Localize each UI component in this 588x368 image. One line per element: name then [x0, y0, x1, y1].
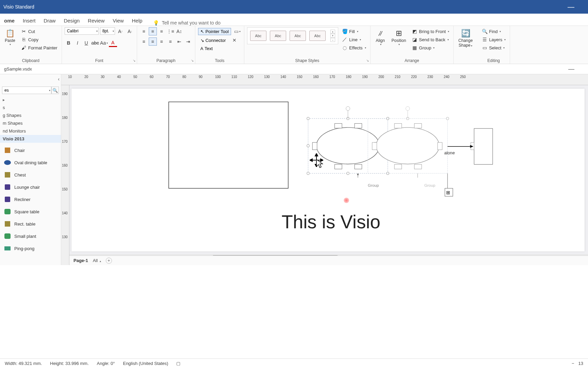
- title-text[interactable]: This is Visio: [281, 212, 380, 232]
- fill-button[interactable]: 🪣Fill▾: [340, 27, 368, 35]
- strike-button[interactable]: abc: [91, 39, 99, 47]
- bullets-button[interactable]: ⋮≡: [166, 27, 175, 35]
- shape-list-item[interactable]: Lounge chair: [0, 181, 61, 193]
- delete-tool-button[interactable]: ✕: [230, 36, 239, 44]
- position-button[interactable]: ⊞Position▾: [390, 27, 408, 47]
- tab-home[interactable]: ome: [0, 16, 19, 26]
- stencil-item-active[interactable]: Visio 2013: [0, 135, 61, 143]
- align-bottom-button[interactable]: ≡: [158, 27, 166, 35]
- rect-shape[interactable]: [169, 102, 288, 188]
- stencil-item[interactable]: s: [0, 104, 61, 111]
- minimize-button[interactable]: —: [568, 3, 574, 11]
- style-gallery[interactable]: Abc Abc Abc Abc ▴▾⌄: [247, 27, 338, 44]
- shape-name: Chest: [14, 172, 26, 178]
- zoom-out-button[interactable]: −: [572, 361, 574, 366]
- add-page-button[interactable]: +: [106, 258, 112, 264]
- shapes-search-button[interactable]: 🔍: [51, 87, 59, 94]
- page-tab-1[interactable]: Page-1: [74, 258, 88, 263]
- tell-me-search[interactable]: 💡 Tell me what you want to do: [153, 20, 220, 26]
- tab-insert[interactable]: Insert: [19, 16, 40, 26]
- style-item-1[interactable]: Abc: [250, 31, 266, 41]
- more-shapes-expand[interactable]: ▸: [0, 96, 61, 104]
- style-item-2[interactable]: Abc: [270, 31, 286, 41]
- align-center-button[interactable]: ≡: [149, 37, 157, 46]
- text-tool-button[interactable]: AText: [198, 45, 215, 52]
- svg-rect-28: [414, 164, 422, 169]
- effects-button[interactable]: ◌Effects▾: [340, 44, 368, 52]
- arrange-label: Arrange: [373, 58, 451, 64]
- panel-collapse-button[interactable]: ‹: [58, 76, 60, 82]
- stencil-item[interactable]: m Shapes: [0, 119, 61, 127]
- line-button[interactable]: ／Line▾: [340, 35, 368, 44]
- shape-list-item[interactable]: Chest: [0, 169, 61, 181]
- style-item-3[interactable]: Abc: [290, 31, 306, 41]
- shape-list-item[interactable]: Small plant: [0, 230, 61, 242]
- tab-design[interactable]: Design: [60, 16, 84, 26]
- underline-button[interactable]: U: [82, 39, 91, 47]
- shape-icon: [3, 146, 12, 154]
- font-name-combo[interactable]: Calibri▾: [65, 27, 99, 35]
- justify-button[interactable]: ≡: [166, 37, 175, 46]
- gallery-scroll[interactable]: ▴▾⌄: [330, 30, 335, 42]
- status-language[interactable]: English (United States): [123, 361, 168, 366]
- tab-review[interactable]: Review: [84, 16, 109, 26]
- italic-button[interactable]: I: [74, 39, 82, 47]
- align-left-button[interactable]: ≡: [140, 37, 148, 46]
- shape-list-item[interactable]: Recliner: [0, 193, 61, 205]
- doc-minimize-button[interactable]: —: [568, 65, 574, 73]
- stencil-item[interactable]: g Shapes: [0, 111, 61, 119]
- cut-button[interactable]: ✂Cut: [19, 27, 59, 35]
- shape-styles-dialog-launcher[interactable]: ↘: [366, 59, 369, 62]
- font-dialog-launcher[interactable]: ↘: [133, 59, 135, 62]
- selected-group[interactable]: [307, 107, 389, 175]
- increase-font-button[interactable]: A↑: [116, 27, 125, 35]
- document-tab[interactable]: gSample.vsdx: [1, 65, 35, 73]
- shape-list-item[interactable]: Square table: [0, 205, 61, 218]
- tools-label: Tools: [198, 58, 241, 64]
- shape-list-item[interactable]: Chair: [0, 144, 61, 156]
- font-size-combo[interactable]: 8pt.▾: [100, 27, 115, 35]
- text-direction-button[interactable]: A↕: [175, 27, 183, 35]
- svg-rect-29: [372, 142, 377, 150]
- tab-view[interactable]: View: [109, 16, 128, 26]
- paste-button[interactable]: 📋 Paste ▾: [3, 27, 17, 47]
- layers-button[interactable]: ☰Layers▾: [480, 35, 507, 44]
- shape-list-item[interactable]: Rect. table: [0, 218, 61, 230]
- change-case-button[interactable]: Aa▾: [100, 39, 108, 47]
- tab-help[interactable]: Help: [128, 16, 147, 26]
- paragraph-dialog-launcher[interactable]: ↘: [191, 59, 194, 62]
- change-shape-button[interactable]: 🔄 Change Shape▾: [456, 27, 475, 49]
- page-tab-all[interactable]: All ▴: [93, 258, 101, 263]
- select-button[interactable]: ▭Select▾: [480, 44, 507, 52]
- find-button[interactable]: 🔍Find▾: [480, 27, 507, 35]
- shapes-search-combo[interactable]: es▾: [2, 87, 51, 94]
- shape-icon: [3, 244, 12, 252]
- align-top-button[interactable]: ≡: [140, 27, 148, 35]
- bring-front-button[interactable]: ◩Bring to Front▾: [410, 27, 451, 35]
- pointer-tool-button[interactable]: ↖Pointer Tool: [198, 28, 231, 35]
- bold-button[interactable]: B: [65, 39, 73, 47]
- connector-tool-button[interactable]: ↘Connector: [198, 37, 228, 44]
- font-color-button[interactable]: A: [109, 39, 117, 47]
- decrease-indent-button[interactable]: ⇤: [175, 37, 183, 46]
- format-painter-button[interactable]: 🖌Format Painter: [19, 44, 59, 52]
- shape-list-item[interactable]: Oval dining table: [0, 156, 61, 169]
- shape-icon: [3, 195, 12, 203]
- stencil-item[interactable]: nd Monitors: [0, 127, 61, 135]
- align-button[interactable]: ⫽Align▾: [373, 27, 388, 47]
- align-middle-button[interactable]: ≡: [149, 27, 157, 35]
- decrease-font-button[interactable]: A↓: [126, 27, 134, 35]
- copy-button[interactable]: ⎘Copy: [19, 35, 59, 44]
- macro-record-icon[interactable]: ▢: [176, 361, 180, 366]
- rect-tool-button[interactable]: ▭▾: [233, 27, 241, 35]
- oval-table-2[interactable]: [368, 107, 449, 173]
- tab-draw[interactable]: Draw: [39, 16, 60, 26]
- increase-indent-button[interactable]: ⇥: [184, 37, 192, 46]
- drawing-page[interactable]: Group Group: [71, 89, 585, 251]
- shape-list-item[interactable]: Ping-pong: [0, 242, 61, 255]
- small-rect-shape[interactable]: [474, 128, 493, 164]
- style-item-4[interactable]: Abc: [309, 31, 326, 41]
- group-button[interactable]: ▦Group▾: [410, 44, 451, 52]
- send-back-button[interactable]: ◪Send to Back▾: [410, 35, 451, 44]
- align-right-button[interactable]: ≡: [158, 37, 166, 46]
